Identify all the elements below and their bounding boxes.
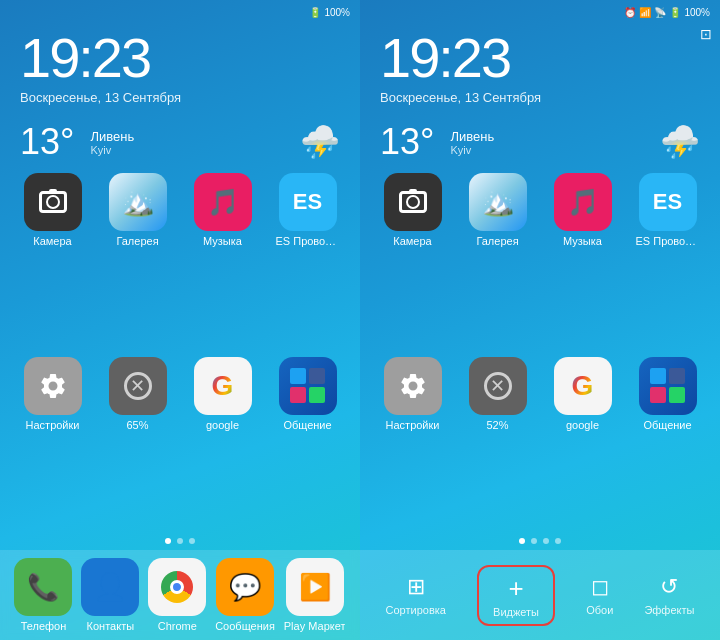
google-g: G: [212, 370, 234, 402]
right-weather-widget: 13° Ливень Kyiv ⛈️: [360, 105, 720, 173]
left-time: 19:23: [20, 30, 340, 86]
app-settings-label: Настройки: [26, 419, 80, 431]
dock-contacts[interactable]: 👤 Контакты: [81, 558, 139, 632]
wallpaper-icon: ◻: [591, 574, 609, 600]
right-page-dots: [360, 532, 720, 550]
right-percent-icon: ✕: [469, 357, 527, 415]
widgets-highlight-box: + Виджеты: [477, 565, 555, 626]
right-google-g: G: [572, 370, 594, 402]
right-camera-icon: [384, 173, 442, 231]
messages-icon: 💬: [216, 558, 274, 616]
right-app-music[interactable]: 🎵 Музыка: [544, 173, 621, 349]
left-weather-temp: 13°: [20, 121, 74, 163]
google-icon: G: [194, 357, 252, 415]
right-app-camera[interactable]: Камера: [374, 173, 451, 349]
app-google-label: google: [206, 419, 239, 431]
right-weather-condition: Ливень: [450, 129, 494, 144]
social-icon: [279, 357, 337, 415]
settings-icon: [24, 357, 82, 415]
dock-playstore-label: Play Маркет: [284, 620, 346, 632]
right-app-social-label: Общение: [643, 419, 691, 431]
right-social-icon: [639, 357, 697, 415]
right-time: 19:23: [380, 30, 700, 86]
app-google[interactable]: G google: [184, 357, 261, 533]
right-app-gallery[interactable]: 🏔️ Галерея: [459, 173, 536, 349]
nav-effects[interactable]: ↺ Эффекты: [644, 574, 694, 616]
right-status-bar: ⏰ 📶 📡 🔋 100%: [360, 0, 720, 20]
app-settings[interactable]: Настройки: [14, 357, 91, 533]
left-weather-widget: 13° Ливень Kyiv ⛈️: [0, 105, 360, 173]
left-bottom-dock: 📞 Телефон 👤 Контакты Chrome 💬 Сообщения …: [0, 550, 360, 640]
app-percent-label: 65%: [126, 419, 148, 431]
right-es-icon: ES: [639, 173, 697, 231]
left-app-grid: Камера 🏔️ Галерея 🎵 Музыка ES ES Проводн…: [0, 173, 360, 532]
nav-wallpaper[interactable]: ◻ Обои: [586, 574, 613, 616]
dock-chrome-label: Chrome: [158, 620, 197, 632]
alarm-icon: ⏰: [624, 7, 636, 18]
right-weather-loc: Kyiv: [450, 144, 494, 156]
es-icon: ES: [279, 173, 337, 231]
right-app-settings-label: Настройки: [386, 419, 440, 431]
dock-phone[interactable]: 📞 Телефон: [14, 558, 72, 632]
phone-icon: 📞: [14, 558, 72, 616]
chrome-icon: [148, 558, 206, 616]
right-app-settings[interactable]: Настройки: [374, 357, 451, 533]
left-weather-icon: ⛈️: [300, 123, 340, 161]
left-panel: 🔋 100% 19:23 Воскресенье, 13 Сентября 13…: [0, 0, 360, 640]
left-date: Воскресенье, 13 Сентября: [20, 90, 340, 105]
right-social-grid: [650, 368, 686, 404]
chrome-circle: [161, 571, 193, 603]
left-clock-area: 19:23 Воскресенье, 13 Сентября: [0, 20, 360, 105]
right-gear-svg: [398, 371, 428, 401]
right-battery-icon: 🔋: [669, 7, 681, 18]
dock-playstore[interactable]: ▶️ Play Маркет: [284, 558, 346, 632]
dot-3: [189, 538, 195, 544]
nav-widgets[interactable]: + Виджеты: [477, 565, 555, 626]
nav-wallpaper-label: Обои: [586, 604, 613, 616]
right-weather-city: Ливень Kyiv: [450, 129, 494, 156]
gear-svg: [38, 371, 68, 401]
right-weather-temp: 13°: [380, 121, 434, 163]
app-social[interactable]: Общение: [269, 357, 346, 533]
right-status-icons: ⏰ 📶 📡 🔋 100%: [624, 7, 710, 18]
dot-2: [177, 538, 183, 544]
dock-messages[interactable]: 💬 Сообщения: [215, 558, 275, 632]
right-dot-3: [543, 538, 549, 544]
dock-phone-label: Телефон: [21, 620, 67, 632]
nav-sort[interactable]: ⊞ Сортировка: [386, 574, 446, 616]
nav-widgets-label: Виджеты: [493, 606, 539, 618]
app-camera[interactable]: Камера: [14, 173, 91, 349]
right-app-google[interactable]: G google: [544, 357, 621, 533]
dot-1: [165, 538, 171, 544]
dock-chrome[interactable]: Chrome: [148, 558, 206, 632]
right-app-social[interactable]: Общение: [629, 357, 706, 533]
effects-icon: ↺: [660, 574, 678, 600]
right-gallery-icon: 🏔️: [469, 173, 527, 231]
battery-level: 100%: [324, 7, 350, 18]
right-battery-level: 100%: [684, 7, 710, 18]
right-panel: ⏰ 📶 📡 🔋 100% 19:23 Воскресенье, 13 Сентя…: [360, 0, 720, 640]
edit-icon[interactable]: ⊡: [700, 26, 712, 42]
x-icon: ✕: [124, 372, 152, 400]
app-gallery-label: Галерея: [116, 235, 158, 247]
right-app-percent-label: 52%: [486, 419, 508, 431]
right-app-es-label: ES Проводни: [636, 235, 700, 247]
camera-icon: [24, 173, 82, 231]
right-app-es[interactable]: ES ES Проводни: [629, 173, 706, 349]
app-camera-label: Камера: [33, 235, 71, 247]
left-weather-city: Ливень Kyiv: [90, 129, 134, 156]
app-es[interactable]: ES ES Проводни: [269, 173, 346, 349]
right-google-icon: G: [554, 357, 612, 415]
app-gallery[interactable]: 🏔️ Галерея: [99, 173, 176, 349]
playstore-icon: ▶️: [286, 558, 344, 616]
app-music-label: Музыка: [203, 235, 242, 247]
left-weather-condition: Ливень: [90, 129, 134, 144]
right-app-gallery-label: Галерея: [476, 235, 518, 247]
right-weather-icon: ⛈️: [660, 123, 700, 161]
app-percent[interactable]: ✕ 65%: [99, 357, 176, 533]
nav-sort-label: Сортировка: [386, 604, 446, 616]
camera-icon-inner: [39, 191, 67, 213]
dock-messages-label: Сообщения: [215, 620, 275, 632]
app-music[interactable]: 🎵 Музыка: [184, 173, 261, 349]
right-app-percent[interactable]: ✕ 52%: [459, 357, 536, 533]
